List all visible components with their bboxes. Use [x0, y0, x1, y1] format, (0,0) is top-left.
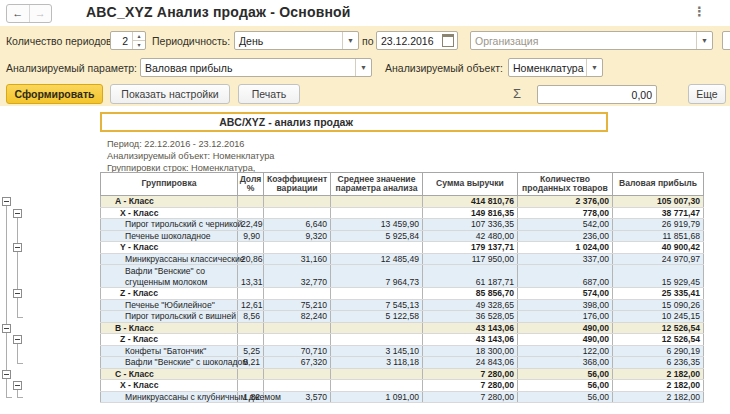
value-cell[interactable]: [238, 288, 264, 300]
print-button[interactable]: Печать: [238, 84, 300, 104]
value-cell[interactable]: 56,00: [518, 380, 613, 392]
value-cell[interactable]: 490,00: [518, 334, 613, 346]
value-cell[interactable]: [238, 196, 264, 208]
value-cell[interactable]: 9,320: [264, 230, 331, 242]
generate-button[interactable]: Сформировать: [6, 84, 103, 104]
show-settings-button[interactable]: Показать настройки: [110, 84, 230, 104]
chevron-down-icon[interactable]: ▼: [586, 59, 602, 76]
object-select[interactable]: Номенклатура ▼: [508, 58, 603, 77]
value-cell[interactable]: 1 024,00: [518, 242, 613, 254]
value-cell[interactable]: [331, 368, 423, 380]
stepper-arrows[interactable]: ▴ ▾: [132, 32, 145, 49]
periodicity-select[interactable]: День ▼: [234, 31, 359, 50]
group-collapse-toggle[interactable]: [13, 381, 22, 390]
value-cell[interactable]: [238, 334, 264, 346]
group-cell[interactable]: Z - Класс: [101, 288, 238, 300]
value-cell[interactable]: 2 376,00: [518, 196, 613, 208]
value-cell[interactable]: 398,00: [518, 299, 613, 311]
group-collapse-toggle[interactable]: [13, 289, 22, 298]
value-cell[interactable]: [331, 322, 423, 334]
value-cell[interactable]: 18 300,00: [423, 345, 518, 357]
value-cell[interactable]: [264, 380, 331, 392]
value-cell[interactable]: 13,31: [238, 265, 264, 288]
periods-stepper[interactable]: 2 ▴ ▾: [110, 31, 146, 50]
value-cell[interactable]: 542,00: [518, 219, 613, 231]
value-cell[interactable]: 25 335,41: [613, 288, 704, 300]
param-select[interactable]: Валовая прибыль ▼: [140, 58, 372, 77]
group-cell[interactable]: В - Класс: [101, 322, 238, 334]
value-cell[interactable]: 6,640: [264, 219, 331, 231]
value-cell[interactable]: 5 925,84: [331, 230, 423, 242]
value-cell[interactable]: 11 851,68: [613, 230, 704, 242]
value-cell[interactable]: [264, 322, 331, 334]
value-cell[interactable]: 337,00: [518, 253, 613, 265]
value-cell[interactable]: 179 137,71: [423, 242, 518, 254]
value-cell[interactable]: 149 816,35: [423, 207, 518, 219]
organization-combo[interactable]: Организация ▼: [470, 31, 713, 50]
value-cell[interactable]: [238, 242, 264, 254]
value-cell[interactable]: 31,160: [264, 253, 331, 265]
value-cell[interactable]: 32,770: [264, 265, 331, 288]
value-cell[interactable]: 85 856,70: [423, 288, 518, 300]
value-cell[interactable]: 3 145,10: [331, 345, 423, 357]
value-cell[interactable]: 2 182,00: [613, 368, 704, 380]
value-cell[interactable]: 368,00: [518, 357, 613, 369]
group-cell[interactable]: Z - Класс: [101, 334, 238, 346]
value-cell[interactable]: [238, 368, 264, 380]
value-cell[interactable]: [264, 368, 331, 380]
value-cell[interactable]: [264, 334, 331, 346]
chevron-down-icon[interactable]: ▼: [342, 32, 358, 49]
value-cell[interactable]: 36 528,05: [423, 311, 518, 323]
value-cell[interactable]: 56,00: [518, 391, 613, 403]
value-cell[interactable]: [331, 334, 423, 346]
back-button[interactable]: ←: [7, 5, 29, 22]
value-cell[interactable]: 6 236,35: [613, 357, 704, 369]
value-cell[interactable]: 75,210: [264, 299, 331, 311]
group-collapse-toggle[interactable]: [13, 335, 22, 344]
group-collapse-toggle[interactable]: [2, 370, 11, 379]
value-cell[interactable]: 61 187,71: [423, 265, 518, 288]
step-up-icon[interactable]: ▴: [133, 32, 145, 40]
group-cell[interactable]: Пирог тирольский с черникой: [101, 219, 238, 231]
value-cell[interactable]: 7 545,13: [331, 299, 423, 311]
value-cell[interactable]: 2 182,00: [613, 391, 704, 403]
value-cell[interactable]: 7 280,00: [423, 380, 518, 392]
value-cell[interactable]: 2 182,00: [613, 380, 704, 392]
value-cell[interactable]: 42 480,00: [423, 230, 518, 242]
value-cell[interactable]: 6 290,19: [613, 345, 704, 357]
group-cell[interactable]: Вафли "Венские" с шоколадом: [101, 357, 238, 369]
value-cell[interactable]: [331, 207, 423, 219]
step-down-icon[interactable]: ▾: [133, 40, 145, 49]
value-cell[interactable]: [238, 322, 264, 334]
value-cell[interactable]: 574,00: [518, 288, 613, 300]
group-cell[interactable]: Миникруассаны классические: [101, 253, 238, 265]
value-cell[interactable]: [238, 207, 264, 219]
value-cell[interactable]: [264, 288, 331, 300]
group-cell[interactable]: Х - Класс: [101, 380, 238, 392]
chevron-down-icon[interactable]: ▼: [355, 59, 371, 76]
value-cell[interactable]: 490,00: [518, 322, 613, 334]
value-cell[interactable]: [264, 207, 331, 219]
value-cell[interactable]: 82,240: [264, 311, 331, 323]
value-cell[interactable]: 12 526,54: [613, 322, 704, 334]
group-cell[interactable]: Печенье "Юбилейное": [101, 299, 238, 311]
value-cell[interactable]: 70,710: [264, 345, 331, 357]
value-cell[interactable]: 13 459,90: [331, 219, 423, 231]
group-cell[interactable]: А - Класс: [101, 196, 238, 208]
group-collapse-toggle[interactable]: [13, 243, 22, 252]
value-cell[interactable]: [331, 288, 423, 300]
value-cell[interactable]: 38 771,47: [613, 207, 704, 219]
more-menu-icon[interactable]: ⋮: [693, 4, 706, 19]
more-button[interactable]: Еще: [688, 84, 726, 104]
value-cell[interactable]: 67,320: [264, 357, 331, 369]
group-cell[interactable]: С - Класс: [101, 368, 238, 380]
value-cell[interactable]: 43 143,06: [423, 334, 518, 346]
group-cell[interactable]: Миникруассаны с клубничным джемом: [101, 391, 238, 403]
chevron-down-icon[interactable]: ▼: [696, 32, 712, 49]
value-cell[interactable]: 107 336,35: [423, 219, 518, 231]
value-cell[interactable]: 22,49: [238, 219, 264, 231]
group-collapse-toggle[interactable]: [2, 197, 11, 206]
value-cell[interactable]: 117 950,00: [423, 253, 518, 265]
group-cell[interactable]: Вафли "Венские" со сгущенным молоком: [101, 265, 238, 288]
value-cell[interactable]: 7 280,00: [423, 368, 518, 380]
